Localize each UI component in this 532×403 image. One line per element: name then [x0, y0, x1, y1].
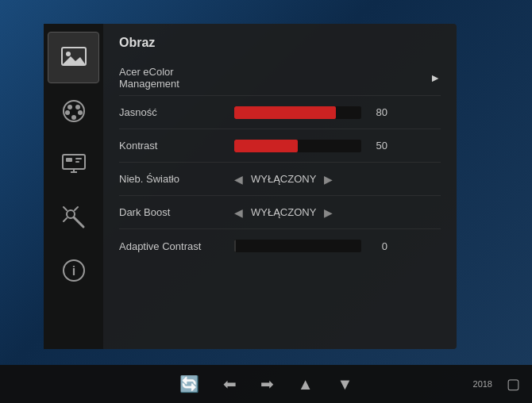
nieb-swiatlo-label: Nieb. Światło	[119, 173, 234, 185]
svg-line-18	[64, 218, 67, 221]
adaptive-contrast-fill	[234, 240, 236, 252]
ecolor-label: Acer eColor Management	[119, 66, 234, 90]
jasnosc-fill	[234, 106, 336, 119]
jasnosc-value: 80	[234, 106, 441, 119]
menu-content: Obraz Acer eColor Management ► Jasność 8…	[103, 24, 457, 349]
taskbar-icon-down[interactable]: ▼	[337, 375, 353, 393]
jasnosc-track	[234, 106, 361, 119]
sidebar-item-info[interactable]: i	[48, 244, 99, 296]
svg-rect-9	[63, 155, 85, 169]
nieb-swiatlo-right-arrow[interactable]: ▶	[324, 173, 333, 186]
menu-title: Obraz	[119, 36, 441, 54]
svg-line-19	[75, 207, 78, 210]
jasnosc-number: 80	[368, 106, 387, 118]
dark-boost-current: WYŁĄCZONY	[251, 206, 316, 218]
taskbar-icon-refresh[interactable]: 🔄	[179, 374, 199, 393]
ecolor-arrow: ►	[430, 71, 441, 84]
svg-point-8	[78, 110, 83, 115]
kontrast-track	[234, 140, 361, 152]
taskbar-icon-forward[interactable]: ➡	[260, 374, 274, 393]
dark-boost-right-arrow[interactable]: ▶	[324, 206, 333, 219]
kontrast-fill	[234, 140, 298, 152]
row-kontrast[interactable]: Kontrast 50	[119, 129, 441, 163]
row-ecolor[interactable]: Acer eColor Management ►	[119, 60, 441, 96]
svg-rect-14	[75, 161, 79, 163]
svg-point-7	[71, 115, 76, 120]
nieb-swiatlo-left-arrow[interactable]: ◀	[234, 173, 243, 186]
image-icon	[60, 44, 88, 72]
row-adaptive-contrast[interactable]: Adaptive Contrast 0	[119, 229, 441, 263]
dark-boost-label: Dark Boost	[119, 206, 234, 218]
svg-line-16	[74, 217, 83, 227]
adaptive-contrast-track	[234, 240, 361, 252]
sidebar-item-image[interactable]	[48, 32, 99, 83]
svg-point-5	[75, 105, 80, 109]
svg-text:i: i	[71, 264, 75, 278]
sidebar-item-display[interactable]	[48, 138, 99, 190]
display-icon	[60, 150, 88, 178]
svg-line-17	[64, 207, 67, 210]
info-icon: i	[60, 256, 88, 285]
jasnosc-label: Jasność	[119, 106, 234, 118]
taskbar-icon-back[interactable]: ⬅	[223, 374, 237, 393]
dark-boost-left-arrow[interactable]: ◀	[234, 206, 243, 219]
svg-point-6	[65, 110, 70, 115]
adaptive-contrast-value: 0	[234, 240, 441, 252]
nieb-swiatlo-current: WYŁĄCZONY	[251, 173, 316, 185]
svg-rect-12	[66, 158, 72, 162]
row-dark-boost[interactable]: Dark Boost ◀ WYŁĄCZONY ▶	[119, 196, 441, 229]
row-jasnosc[interactable]: Jasność 80	[119, 96, 441, 129]
sidebar-item-settings[interactable]	[48, 191, 99, 243]
adaptive-contrast-label: Adaptive Contrast	[119, 240, 234, 252]
row-nieb-swiatlo[interactable]: Nieb. Światło ◀ WYŁĄCZONY ▶	[119, 163, 441, 196]
taskbar-network-icon: ▢	[507, 375, 520, 393]
dark-boost-value: ◀ WYŁĄCZONY ▶	[234, 206, 441, 219]
settings-icon	[60, 203, 88, 232]
nieb-swiatlo-value: ◀ WYŁĄCZONY ▶	[234, 173, 441, 186]
svg-point-1	[66, 52, 71, 56]
sidebar: i	[44, 24, 103, 349]
osd-menu: i Obraz Acer eColor Management ► Jasność…	[44, 24, 457, 349]
ecolor-value: ►	[234, 71, 441, 84]
adaptive-contrast-number: 0	[368, 240, 387, 252]
palette-icon	[60, 97, 88, 125]
taskbar-time: 2018	[473, 379, 492, 389]
svg-point-4	[67, 105, 72, 109]
kontrast-value: 50	[234, 140, 441, 152]
kontrast-label: Kontrast	[119, 140, 234, 152]
kontrast-number: 50	[368, 140, 387, 152]
sidebar-item-color[interactable]	[48, 85, 99, 136]
svg-rect-13	[75, 158, 82, 159]
taskbar: 🔄 ⬅ ➡ ▲ ▼ 2018 ▢	[0, 365, 532, 403]
svg-marker-2	[62, 56, 86, 65]
taskbar-icon-up[interactable]: ▲	[298, 375, 314, 393]
